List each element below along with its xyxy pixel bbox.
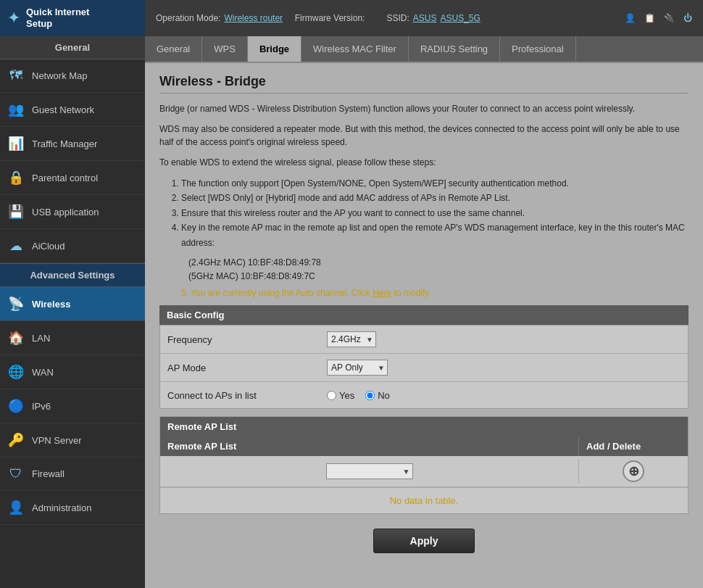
tab-wireless-mac-filter[interactable]: Wireless MAC Filter	[301, 36, 409, 62]
connect-yes-label[interactable]: Yes	[327, 390, 354, 401]
sidebar-item-parental-control[interactable]: 🔒 Parental control	[0, 161, 145, 195]
description-1: Bridge (or named WDS - Wireless Distribu…	[159, 102, 689, 115]
connect-no-label[interactable]: No	[365, 390, 390, 401]
tab-bridge[interactable]: Bridge	[248, 36, 301, 62]
quick-setup-label: Quick Internet Setup	[26, 7, 89, 29]
sidebar-item-usb-application[interactable]: 💾 USB application	[0, 195, 145, 229]
firmware-label: Firmware Version:	[295, 13, 365, 23]
auto-channel-note: 5. You are currently using the Auto chan…	[181, 288, 689, 298]
ap-mode-select[interactable]: AP Only WDS Only Hybrid	[327, 360, 388, 376]
content-area: General WPS Bridge Wireless MAC Filter R…	[145, 36, 703, 588]
remote-ap-body: ▼ ⊕	[160, 456, 688, 487]
sidebar-item-wireless[interactable]: 📡 Wireless	[0, 287, 145, 321]
usb-icon[interactable]: 🔌	[664, 13, 675, 23]
ap-mode-row: AP Mode AP Only WDS Only Hybrid ▼	[160, 354, 688, 382]
mac-24ghz: (2.4GHz MAC) 10:BF:48:D8:49:78	[188, 256, 689, 270]
connect-ap-row: Connect to APs in list Yes No	[160, 382, 688, 408]
connect-ap-label: Connect to APs in list	[167, 390, 327, 401]
sidebar-item-aicloud[interactable]: ☁ AiCloud	[0, 229, 145, 263]
basic-config-table: Frequency 2.4GHz 5GHz ▼ AP Mode	[159, 325, 689, 409]
tab-bar: General WPS Bridge Wireless MAC Filter R…	[145, 36, 703, 63]
remote-ap-input-cell: ▼	[160, 459, 579, 484]
sidebar-item-network-map[interactable]: 🗺 Network Map	[0, 59, 145, 93]
sidebar-item-wan[interactable]: 🌐 WAN	[0, 355, 145, 389]
connect-no-radio[interactable]	[365, 391, 375, 400]
copy-icon[interactable]: 📋	[644, 13, 655, 23]
apply-button[interactable]: Apply	[373, 529, 475, 553]
tab-radius-setting[interactable]: RADIUS Setting	[409, 36, 500, 62]
ssid-5g-link[interactable]: ASUS_5G	[441, 13, 481, 23]
ap-mode-select-wrapper: AP Only WDS Only Hybrid ▼	[327, 360, 388, 376]
tab-general[interactable]: General	[145, 36, 202, 62]
remote-ap-select[interactable]	[326, 463, 413, 479]
remote-ap-col2-header: Add / Delete	[579, 436, 688, 456]
network-map-icon: 🗺	[7, 68, 25, 83]
sidebar-label-aicloud: AiCloud	[32, 241, 65, 252]
mac-info: (2.4GHz MAC) 10:BF:48:D8:49:78 (5GHz MAC…	[188, 256, 689, 283]
auto-channel-link[interactable]: Here	[373, 288, 391, 298]
remote-ap-column-headers: Remote AP List Add / Delete	[160, 436, 688, 456]
operation-mode-label: Operation Mode:	[156, 13, 220, 23]
steps-list: The function only support [Open System/N…	[181, 176, 689, 250]
sidebar-item-traffic-manager[interactable]: 📊 Traffic Manager	[0, 127, 145, 161]
tab-professional[interactable]: Professional	[500, 36, 576, 62]
mac-5ghz: (5GHz MAC) 10:BF:48:D8:49:7C	[188, 270, 689, 283]
sidebar-label-parental-control: Parental control	[32, 173, 98, 183]
tab-wps[interactable]: WPS	[202, 36, 248, 62]
sidebar-label-administration: Administration	[32, 502, 91, 513]
sidebar-item-lan[interactable]: 🏠 LAN	[0, 321, 145, 355]
power-icon[interactable]: ⏻	[683, 13, 692, 23]
quick-internet-setup[interactable]: ✦ Quick Internet Setup	[0, 0, 145, 36]
page-content: Wireless - Bridge Bridge (or named WDS -…	[145, 63, 703, 588]
sidebar-general-label: General	[0, 36, 145, 59]
traffic-manager-icon: 📊	[7, 136, 25, 152]
sidebar-label-wireless: Wireless	[32, 299, 70, 310]
guest-network-icon: 👥	[7, 102, 25, 117]
frequency-label: Frequency	[167, 334, 327, 345]
sidebar-label-usb-application: USB application	[32, 207, 99, 218]
ssid-24-link[interactable]: ASUS	[413, 13, 437, 23]
connect-ap-radio-group: Yes No	[327, 390, 390, 401]
sidebar-item-vpn-server[interactable]: 🔑 VPN Server	[0, 423, 145, 457]
parental-control-icon: 🔒	[7, 170, 25, 186]
remote-ap-input-row: ▼ ⊕	[160, 456, 688, 487]
sidebar-label-firewall: Firewall	[32, 468, 65, 479]
frequency-value: 2.4GHz 5GHz ▼	[327, 331, 681, 347]
remote-ap-header-label: Remote AP List	[160, 417, 688, 436]
operation-mode-value[interactable]: Wireless router	[224, 13, 283, 23]
auto-channel-text: 5. You are currently using the Auto chan…	[181, 288, 370, 298]
sidebar-label-ipv6: IPv6	[32, 401, 51, 412]
step-1: The function only support [Open System/N…	[181, 176, 689, 191]
ssid-label: SSID:	[386, 13, 409, 23]
vpn-server-icon: 🔑	[7, 432, 25, 448]
sidebar-item-firewall[interactable]: 🛡 Firewall	[0, 457, 145, 491]
apply-section: Apply	[159, 521, 689, 560]
sidebar-label-traffic-manager: Traffic Manager	[32, 138, 97, 149]
sidebar-advanced-label: Advanced Settings	[0, 263, 145, 287]
step-4: Key in the remote AP mac in the remote a…	[181, 220, 689, 250]
user-icon[interactable]: 👤	[625, 13, 636, 23]
add-remote-ap-button[interactable]: ⊕	[623, 460, 644, 482]
step-2: Select [WDS Only] or [Hybrid] mode and a…	[181, 191, 689, 205]
basic-config-header: Basic Config	[159, 305, 689, 325]
connect-ap-value: Yes No	[327, 390, 681, 401]
connect-no-text: No	[378, 390, 390, 401]
connect-yes-radio[interactable]	[327, 391, 336, 400]
sidebar-item-guest-network[interactable]: 👥 Guest Network	[0, 93, 145, 127]
sidebar: General 🗺 Network Map 👥 Guest Network 📊 …	[0, 36, 145, 588]
sidebar-item-administration[interactable]: 👤 Administration	[0, 491, 145, 525]
sidebar-label-wan: WAN	[32, 367, 54, 378]
ap-mode-value: AP Only WDS Only Hybrid ▼	[327, 360, 681, 376]
auto-channel-text2: to modify.	[394, 288, 431, 298]
remote-ap-add-cell: ⊕	[579, 456, 688, 486]
sidebar-label-vpn-server: VPN Server	[32, 435, 82, 446]
no-data-text: No data in table.	[160, 487, 688, 513]
connect-yes-text: Yes	[339, 390, 354, 401]
sidebar-item-ipv6[interactable]: 🔵 IPv6	[0, 389, 145, 423]
page-title: Wireless - Bridge	[159, 74, 689, 94]
sidebar-label-lan: LAN	[32, 333, 50, 344]
description-3: To enable WDS to extend the wireless sig…	[159, 156, 689, 169]
sidebar-label-network-map: Network Map	[32, 70, 88, 81]
frequency-select[interactable]: 2.4GHz 5GHz	[327, 331, 376, 347]
step-3: Ensure that this wireless router and the…	[181, 206, 689, 220]
